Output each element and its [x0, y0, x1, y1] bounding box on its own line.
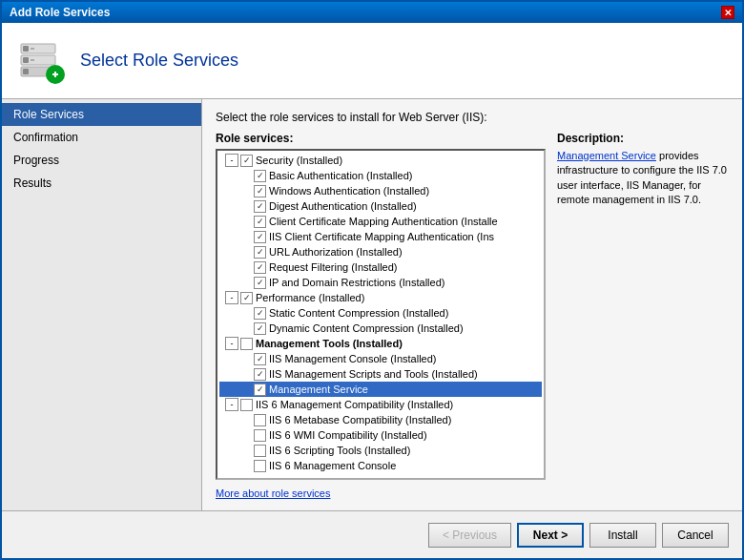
checkbox-icon[interactable]: [254, 353, 266, 365]
svg-rect-7: [23, 69, 29, 74]
tree-item[interactable]: IP and Domain Restrictions (Installed): [219, 275, 542, 290]
checkbox-icon[interactable]: [254, 185, 266, 197]
title-bar: Add Role Services ✕: [2, 2, 742, 23]
expander-spacer: [238, 199, 252, 213]
role-services-label: Role services:: [216, 132, 546, 145]
tree-item-label: IIS 6 WMI Compatibility (Installed): [269, 429, 427, 441]
svg-rect-1: [23, 46, 29, 52]
expander-icon[interactable]: -: [225, 337, 238, 350]
tree-item-label: IIS Management Scripts and Tools (Instal…: [269, 368, 478, 380]
expander-spacer: [238, 215, 252, 228]
tree-item[interactable]: IIS 6 Metabase Compatibility (Installed): [219, 412, 542, 427]
footer: < Previous Next > Install Cancel: [2, 510, 742, 558]
checkbox-icon[interactable]: [240, 292, 253, 304]
checkbox-icon[interactable]: [254, 246, 266, 259]
tree-item[interactable]: IIS Management Console (Installed): [219, 351, 542, 366]
expander-spacer: [238, 428, 252, 442]
tree-item[interactable]: Client Certificate Mapping Authenticatio…: [219, 214, 542, 229]
tree-item[interactable]: IIS 6 Management Console: [219, 458, 542, 473]
svg-rect-4: [23, 57, 29, 63]
tree-container[interactable]: -Security (Installed)Basic Authenticatio…: [216, 149, 546, 480]
tree-item-label: IIS 6 Scripting Tools (Installed): [269, 445, 410, 456]
sidebar-item-role-services[interactable]: Role Services: [2, 103, 201, 126]
tree-item[interactable]: Dynamic Content Compression (Installed): [219, 321, 542, 336]
tree-item[interactable]: Static Content Compression (Installed): [219, 305, 542, 321]
expander-spacer: [238, 276, 252, 289]
cancel-button[interactable]: Cancel: [662, 523, 729, 548]
content-instruction: Select the role services to install for …: [216, 111, 729, 124]
tree-item[interactable]: Digest Authentication (Installed): [219, 198, 542, 214]
checkbox-icon[interactable]: [240, 155, 253, 167]
tree-item-label: Performance (Installed): [256, 292, 364, 303]
more-about-link[interactable]: More about role services: [216, 487, 546, 499]
tree-scroll-inner: -Security (Installed)Basic Authenticatio…: [217, 151, 544, 475]
expander-icon[interactable]: -: [225, 291, 238, 304]
close-button[interactable]: ✕: [721, 6, 734, 19]
expander-icon[interactable]: -: [225, 398, 238, 411]
tree-item-label: IIS 6 Management Compatibility (Installe…: [256, 399, 453, 410]
sidebar: Role Services Confirmation Progress Resu…: [2, 99, 202, 510]
checkbox-icon[interactable]: [254, 445, 266, 457]
checkbox-icon[interactable]: [254, 307, 266, 320]
description-pane: Description: Management Service provides…: [557, 132, 729, 499]
tree-item[interactable]: IIS 6 Scripting Tools (Installed): [219, 443, 542, 458]
next-button[interactable]: Next >: [517, 523, 584, 548]
checkbox-icon[interactable]: [254, 277, 266, 289]
tree-item-label: Security (Installed): [256, 155, 342, 166]
checkbox-icon[interactable]: [254, 414, 266, 426]
sidebar-item-confirmation[interactable]: Confirmation: [2, 126, 201, 149]
tree-item-label: Static Content Compression (Installed): [269, 307, 448, 319]
checkbox-icon[interactable]: [254, 261, 266, 274]
tree-item[interactable]: -Security (Installed): [219, 153, 542, 168]
content-area: Select the role services to install for …: [202, 99, 742, 510]
expander-spacer: [238, 230, 252, 243]
tree-item[interactable]: Request Filtering (Installed): [219, 259, 542, 275]
expander-icon[interactable]: -: [225, 154, 238, 167]
svg-rect-5: [31, 59, 34, 61]
tree-item[interactable]: URL Authorization (Installed): [219, 244, 542, 259]
tree-item-label: IIS Management Console (Installed): [269, 353, 436, 364]
tree-item[interactable]: -Management Tools (Installed): [219, 336, 542, 351]
tree-item-label: IIS 6 Metabase Compatibility (Installed): [269, 414, 451, 425]
checkbox-icon[interactable]: [254, 322, 266, 335]
tree-item-label: Digest Authentication (Installed): [269, 200, 417, 212]
expander-spacer: [238, 444, 252, 457]
tree-item[interactable]: IIS Management Scripts and Tools (Instal…: [219, 366, 542, 382]
expander-spacer: [238, 169, 252, 182]
previous-button[interactable]: < Previous: [428, 523, 511, 548]
checkbox-icon[interactable]: [254, 216, 266, 228]
sidebar-item-progress[interactable]: Progress: [2, 149, 201, 172]
split-pane: Role services: -Security (Installed)Basi…: [216, 132, 729, 499]
main-window: Add Role Services ✕ Select Ro: [0, 0, 744, 560]
main-area: Role Services Confirmation Progress Resu…: [2, 99, 742, 510]
tree-item[interactable]: -Performance (Installed): [219, 290, 542, 305]
checkbox-icon[interactable]: [240, 399, 253, 411]
checkbox-icon[interactable]: [254, 170, 266, 182]
checkbox-icon[interactable]: [240, 338, 253, 350]
title-bar-left: Add Role Services: [10, 6, 110, 19]
checkbox-icon[interactable]: [254, 231, 266, 243]
checkbox-icon[interactable]: [254, 384, 266, 396]
checkbox-icon[interactable]: [254, 429, 266, 442]
expander-spacer: [238, 306, 252, 320]
tree-item-label: IP and Domain Restrictions (Installed): [269, 277, 444, 288]
description-label: Description:: [557, 132, 729, 145]
role-services-icon: [17, 36, 67, 86]
header-section: Select Role Services: [2, 23, 742, 99]
expander-spacer: [238, 413, 252, 426]
expander-spacer: [238, 383, 252, 396]
tree-item[interactable]: IIS 6 WMI Compatibility (Installed): [219, 427, 542, 443]
tree-item[interactable]: Basic Authentication (Installed): [219, 168, 542, 183]
tree-item[interactable]: -IIS 6 Management Compatibility (Install…: [219, 397, 542, 412]
svg-rect-2: [31, 48, 34, 50]
description-link[interactable]: Management Service: [557, 150, 656, 161]
tree-item[interactable]: IIS Client Certificate Mapping Authentic…: [219, 229, 542, 244]
sidebar-item-results[interactable]: Results: [2, 172, 201, 195]
tree-item[interactable]: Windows Authentication (Installed): [219, 183, 542, 198]
tree-item-label: Request Filtering (Installed): [269, 261, 398, 273]
checkbox-icon[interactable]: [254, 200, 266, 213]
tree-item[interactable]: Management Service: [219, 382, 542, 397]
checkbox-icon[interactable]: [254, 368, 266, 381]
checkbox-icon[interactable]: [254, 460, 266, 472]
install-button[interactable]: Install: [589, 523, 656, 548]
